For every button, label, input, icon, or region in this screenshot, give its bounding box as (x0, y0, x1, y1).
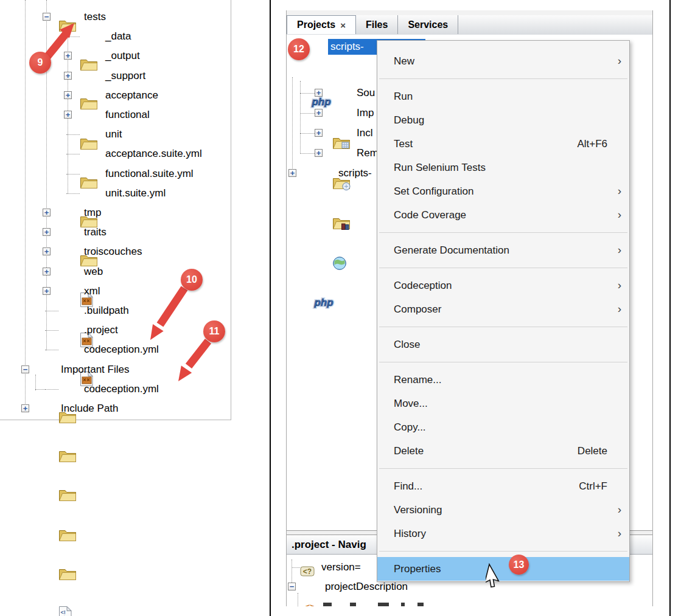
tab-strip: Projects×FilesServices (287, 15, 652, 35)
clipped-row-fragment (378, 603, 389, 606)
menu-item-copy[interactable]: Copy... (377, 415, 629, 439)
tree-item[interactable]: <!..>.buildpath (0, 302, 231, 319)
tree-item[interactable]: acceptance.suite.yml (0, 145, 231, 162)
xml-decl-icon: <? (300, 566, 315, 580)
step-badge: 9 (29, 52, 51, 74)
code-icon: <!..> (58, 606, 72, 616)
tree-item[interactable]: functional.suite.yml (0, 165, 231, 182)
tab-services[interactable]: Services (398, 15, 458, 34)
menu-item-debug[interactable]: Debug (377, 108, 629, 132)
menu-item-codeception[interactable]: Codeception› (377, 274, 629, 297)
step-badge: 11 (203, 320, 225, 342)
submenu-arrow-icon: › (618, 279, 621, 292)
tree-item-label: traits (84, 224, 107, 240)
menu-shortcut: Alt+F6 (577, 138, 609, 150)
menu-item-label: Rename... (394, 374, 441, 386)
tree-item-label: _output (105, 48, 140, 64)
menu-item-label: Run Selenium Tests (394, 162, 486, 174)
tree-item-label: Imp (357, 105, 377, 121)
tree-item[interactable]: Important Files (0, 361, 231, 378)
table-border-right (669, 0, 671, 616)
menu-item-find[interactable]: Find...Ctrl+F (377, 474, 629, 498)
menu-item-run[interactable]: Run (377, 85, 629, 108)
tab-files[interactable]: Files (356, 15, 398, 34)
menu-item-new[interactable]: New› (377, 49, 629, 73)
menu-item-composer[interactable]: Composer› (377, 297, 629, 321)
menu-separator (377, 356, 629, 368)
menu-separator (377, 73, 629, 85)
tree-item-label: codeception.yml (84, 342, 159, 358)
menu-item-label: New (394, 55, 414, 67)
tab-label: Projects (297, 19, 335, 30)
tree-item-label: version= (321, 559, 361, 575)
tree-item[interactable]: codeception.yml (0, 381, 231, 398)
tree-item[interactable]: _data (0, 28, 231, 45)
submenu-arrow-icon: › (618, 54, 621, 67)
folder-icon (58, 488, 77, 505)
tree-item-label: codeception.yml (84, 381, 159, 397)
tree-item[interactable]: unit (0, 126, 231, 143)
folder-icon (58, 567, 77, 584)
folder-books-icon (332, 216, 351, 233)
tree-item[interactable]: troiscouches (0, 243, 231, 260)
clipped-row-fragment (323, 603, 332, 606)
menu-item-close[interactable]: Close (377, 333, 629, 356)
menu-item-code-coverage[interactable]: Code Coverage› (377, 203, 629, 227)
menu-item-set-configuration[interactable]: Set Configuration› (377, 179, 629, 203)
menu-item-run-selenium-tests[interactable]: Run Selenium Tests (377, 156, 629, 179)
tree-item-label: Incl (357, 125, 377, 141)
tree-item-label: Important Files (61, 362, 129, 378)
step-badge: 10 (181, 269, 203, 291)
menu-item-move[interactable]: Move... (377, 392, 629, 415)
menu-item-label: Codeception (394, 280, 452, 292)
folder-icon (58, 449, 77, 466)
tree-item-label: .project (84, 322, 118, 338)
tree-item[interactable]: functional (0, 106, 231, 123)
tree-item-label: _data (105, 29, 131, 44)
tree-item-label: .buildpath (84, 303, 129, 319)
tree-item[interactable]: tmp (0, 204, 231, 221)
panel-top-strip (287, 10, 652, 15)
submenu-arrow-icon: › (618, 208, 621, 221)
clipped-row-fragment (417, 603, 424, 606)
menu-item-rename[interactable]: Rename... (377, 368, 629, 392)
tree-item[interactable]: acceptance (0, 87, 231, 104)
tree-item-label: acceptance.suite.yml (105, 146, 202, 162)
clipped-row-fragment (401, 603, 405, 606)
tree-item-label: functional.suite.yml (105, 166, 194, 182)
tree-item[interactable]: codeception.yml (0, 341, 231, 358)
close-tab-icon[interactable]: × (340, 20, 346, 30)
tree-item-label: scripts- (338, 165, 377, 181)
tree-item[interactable]: tests (0, 9, 231, 26)
tab-projects[interactable]: Projects× (287, 15, 356, 34)
menu-separator (377, 227, 629, 238)
menu-separator (377, 321, 629, 333)
menu-item-versioning[interactable]: Versioning› (377, 498, 629, 522)
submenu-arrow-icon: › (618, 184, 621, 198)
tree-item-label: xml (84, 283, 100, 299)
menu-item-label: Composer (394, 303, 441, 316)
tree-item[interactable]: traits (0, 224, 231, 241)
tree-item[interactable]: Include Path (0, 400, 231, 417)
menu-item-history[interactable]: History› (377, 522, 629, 545)
svg-text:<?: <? (303, 567, 312, 576)
tree-item-label: functional (105, 107, 150, 123)
tree-item[interactable]: <!..>.project (0, 322, 231, 339)
svg-text:<>: <> (305, 602, 315, 606)
menu-item-properties[interactable]: Properties (377, 557, 629, 581)
menu-item-delete[interactable]: DeleteDelete (377, 439, 629, 463)
menu-item-label: Properties (394, 563, 441, 575)
table-border-left (270, 0, 271, 616)
menu-item-test[interactable]: TestAlt+F6 (377, 132, 629, 156)
menu-shortcut: Ctrl+F (579, 480, 609, 493)
step-badge: 13 (509, 555, 529, 575)
tab-label: Services (408, 19, 448, 30)
submenu-arrow-icon: › (618, 503, 621, 516)
clipped-row-fragment: <> (304, 601, 316, 606)
tree-item-label: Sou (357, 85, 377, 101)
tree-item[interactable]: unit.suite.yml (0, 185, 231, 202)
menu-item-generate-documentation[interactable]: Generate Documentation› (377, 238, 629, 262)
menu-item-label: Debug (394, 114, 424, 126)
globe-icon (332, 256, 347, 273)
tree-item-label: tests (84, 9, 106, 25)
